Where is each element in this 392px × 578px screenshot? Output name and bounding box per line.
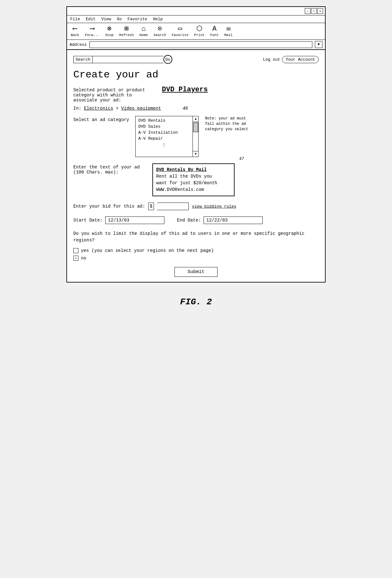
start-date-input[interactable] bbox=[105, 216, 164, 224]
toolbar-back[interactable]: ⟵ Back bbox=[71, 26, 79, 37]
checkbox-no[interactable]: ✓ bbox=[73, 256, 78, 261]
menu-favorite[interactable]: Favorite bbox=[127, 17, 147, 21]
bidding-rules-link[interactable]: view bidding rules bbox=[192, 204, 236, 209]
favorite-icon: ▭ bbox=[178, 26, 182, 33]
checkbox-yes-row: yes (you can select your regions on the … bbox=[73, 248, 319, 253]
home-icon: ⌂ bbox=[142, 26, 146, 33]
address-label: Address bbox=[70, 42, 87, 47]
ad-category-label: Select an ad category bbox=[73, 116, 129, 122]
selected-product-label: Selected product or product category wit… bbox=[73, 88, 156, 103]
ad-text-row: Enter the text of your ad (100 Chars. ma… bbox=[73, 163, 319, 196]
page-title: Create your ad bbox=[73, 69, 319, 81]
refresh-icon: ⊞ bbox=[125, 26, 129, 33]
address-dropdown-button[interactable]: ▼ bbox=[315, 41, 322, 48]
ad-category-row: Select an ad category DVD Rentals DVD Sa… bbox=[73, 116, 319, 157]
menu-go[interactable]: Go bbox=[117, 17, 122, 21]
search-row: Search Go Log out Your Account bbox=[73, 55, 319, 64]
listbox-scrollbar: ▲ ▼ bbox=[193, 116, 198, 157]
ad-text-label: Enter the text of your ad (100 Chars. ma… bbox=[73, 163, 146, 175]
toolbar-font[interactable]: A Font bbox=[210, 26, 218, 37]
stop-icon: ⊗ bbox=[107, 26, 111, 33]
menu-view[interactable]: View bbox=[101, 17, 111, 21]
checkbox-yes[interactable] bbox=[73, 248, 78, 253]
menu-bar: File Edit View Go Favorite Help bbox=[67, 15, 325, 23]
content-area: Search Go Log out Your Account Create yo… bbox=[67, 50, 325, 282]
submit-row: Submit bbox=[73, 267, 319, 277]
address-bar: Address ▼ bbox=[67, 40, 325, 50]
end-date-input[interactable] bbox=[204, 216, 263, 224]
selected-product-section: Selected product or product category wit… bbox=[73, 86, 319, 103]
submit-button[interactable]: Submit bbox=[175, 267, 217, 277]
dates-row: Start Date: End Date: bbox=[73, 216, 319, 224]
checkbox-no-label: no bbox=[81, 256, 86, 261]
search-toolbar-icon: ⊙ bbox=[158, 26, 162, 33]
menu-file[interactable]: File bbox=[70, 17, 80, 21]
menu-edit[interactable]: Edit bbox=[86, 17, 95, 21]
breadcrumb-in-label: In: bbox=[73, 106, 81, 111]
toolbar-forward[interactable]: ⟶ Forw... bbox=[85, 26, 99, 37]
list-item[interactable]: DVD Sales bbox=[137, 124, 191, 130]
listbox-items: DVD Rentals DVD Sales A-V Installation A… bbox=[136, 116, 193, 157]
breadcrumb-video[interactable]: Video equipment bbox=[121, 106, 161, 111]
end-date-group: End Date: bbox=[177, 216, 263, 224]
toolbar-favorite[interactable]: ▭ Favorite bbox=[172, 26, 188, 37]
account-row: Log out Your Account bbox=[263, 56, 319, 63]
ad-text-line3: WWW.DVDRentals.com bbox=[156, 186, 231, 193]
list-item-more: ⋮ bbox=[137, 142, 191, 148]
ad-text-box[interactable]: DVD Rentals By Mail Rent all the DVDs yo… bbox=[152, 163, 235, 196]
geo-question: Do you wish to limit the display of this… bbox=[73, 230, 319, 244]
ad-text-title: DVD Rentals By Mail bbox=[156, 167, 231, 173]
menu-help[interactable]: Help bbox=[153, 17, 163, 21]
breadcrumb-arrow: > bbox=[116, 106, 118, 111]
address-input[interactable] bbox=[89, 41, 312, 48]
scroll-down-button[interactable]: ▼ bbox=[193, 151, 199, 157]
scroll-thumb[interactable] bbox=[193, 123, 198, 132]
toolbar-refresh[interactable]: ⊞ Refresh bbox=[119, 26, 134, 37]
toolbar: ⟵ Back ⟶ Forw... ⊗ Stop ⊞ Refresh ⌂ Home… bbox=[67, 23, 325, 40]
annotation-47: 47 bbox=[239, 156, 244, 161]
search-label: Search bbox=[73, 56, 92, 63]
ad-category-listbox[interactable]: DVD Rentals DVD Sales A-V Installation A… bbox=[135, 116, 199, 157]
checkbox-yes-label: yes (you can select your regions on the … bbox=[81, 248, 214, 253]
forward-icon: ⟶ bbox=[90, 26, 94, 33]
annotation-46: 46 bbox=[183, 106, 188, 111]
start-date-group: Start Date: bbox=[73, 216, 164, 224]
list-item[interactable]: A-V Installation bbox=[137, 130, 191, 136]
toolbar-mail[interactable]: ✉ Mail bbox=[224, 26, 233, 37]
go-button[interactable]: Go bbox=[163, 55, 172, 64]
toolbar-search[interactable]: ⊙ Search bbox=[154, 26, 166, 37]
toolbar-print[interactable]: ⬡ Print bbox=[194, 26, 205, 37]
close-button[interactable]: ✕ bbox=[317, 8, 323, 14]
bid-input[interactable] bbox=[157, 203, 189, 210]
title-bar: — □ ✕ bbox=[67, 7, 325, 15]
note-box: Note: your ad must fall within the ad ca… bbox=[205, 116, 255, 132]
font-icon: A bbox=[212, 26, 217, 33]
list-item[interactable]: DVD Rentals bbox=[137, 118, 191, 124]
logout-text: Log out bbox=[263, 57, 280, 62]
toolbar-stop[interactable]: ⊗ Stop bbox=[105, 26, 113, 37]
maximize-button[interactable]: □ bbox=[311, 8, 317, 14]
search-input[interactable] bbox=[92, 56, 163, 63]
bid-label: Enter your bid for this ad: bbox=[73, 204, 145, 209]
figure-label: FIG. 2 bbox=[180, 297, 212, 307]
checkbox-no-row: ✓ no bbox=[73, 256, 319, 261]
minimize-button[interactable]: — bbox=[305, 8, 310, 14]
breadcrumb-row: In: Electronics > Video equipment 46 bbox=[73, 106, 319, 111]
toolbar-home[interactable]: ⌂ Home bbox=[139, 26, 148, 37]
ad-text-line2: want for just $20/month bbox=[156, 180, 231, 186]
ad-text-line1: Rent all the DVDs you bbox=[156, 173, 231, 180]
bid-row: Enter your bid for this ad: $ view biddi… bbox=[73, 203, 319, 210]
search-box: Search Go bbox=[73, 55, 172, 64]
print-icon: ⬡ bbox=[196, 26, 202, 33]
listbox-container: DVD Rentals DVD Sales A-V Installation A… bbox=[135, 116, 199, 157]
scroll-up-button[interactable]: ▲ bbox=[193, 116, 199, 122]
mail-icon: ✉ bbox=[226, 26, 230, 33]
start-date-label: Start Date: bbox=[73, 218, 102, 223]
list-item[interactable]: A-V Repair bbox=[137, 136, 191, 142]
dollar-sign: $ bbox=[148, 203, 154, 210]
back-icon: ⟵ bbox=[73, 26, 77, 33]
breadcrumb-electronics[interactable]: Electronics bbox=[84, 106, 113, 111]
browser-window: — □ ✕ File Edit View Go Favorite Help ⟵ … bbox=[66, 6, 326, 283]
end-date-label: End Date: bbox=[177, 218, 201, 223]
your-account-button[interactable]: Your Account bbox=[282, 56, 319, 63]
